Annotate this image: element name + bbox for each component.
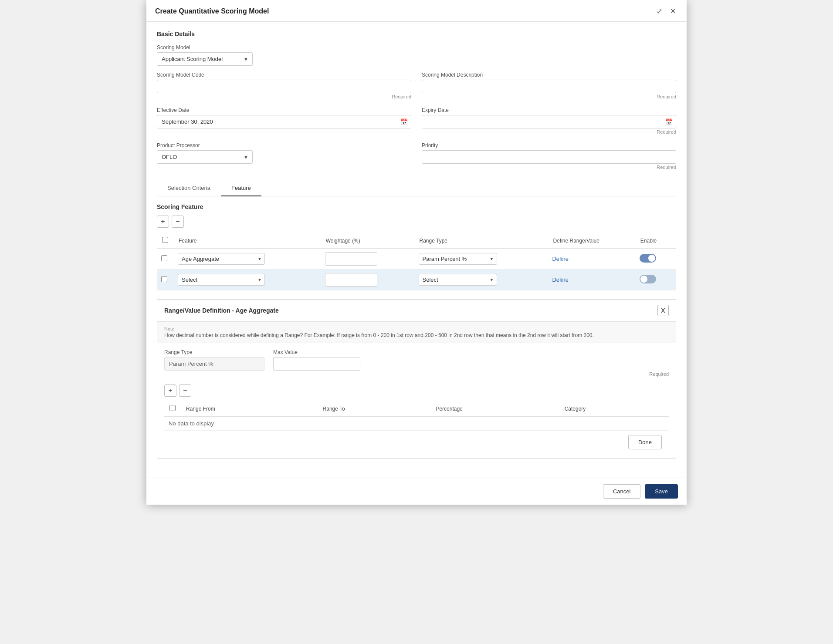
- feature-table-header: Feature Weightage (%) Range Type Define …: [157, 233, 676, 249]
- expiry-date-label: Expiry Date: [422, 107, 676, 113]
- row1-define-cell: Define: [548, 249, 635, 270]
- range-note-label: Note: [164, 326, 669, 331]
- priority-input[interactable]: [422, 150, 676, 164]
- expand-button[interactable]: ⤢: [654, 6, 664, 16]
- modal-body: Basic Details Scoring Model Applicant Sc…: [146, 22, 687, 469]
- range-def-header: Range/Value Definition - Age Aggregate X: [157, 300, 676, 322]
- scoring-model-code-group: Scoring Model Code Required: [157, 72, 411, 99]
- priority-group: Priority Required: [422, 142, 676, 170]
- row2-weightage-cell: [321, 270, 414, 290]
- row1-range-type-cell: Param Percent % ▼: [414, 249, 548, 270]
- row1-feature-cell: Age Aggregate ▼: [173, 249, 321, 270]
- cancel-button[interactable]: Cancel: [603, 484, 640, 499]
- range-table-section: + − Range From Range To Percentage: [157, 383, 676, 458]
- row2-feature-cell: Select ▼: [173, 270, 321, 290]
- range-definition-section: Range/Value Definition - Age Aggregate X…: [157, 299, 676, 459]
- row1-feature-select[interactable]: Age Aggregate: [178, 253, 265, 265]
- scoring-model-desc-input[interactable]: [422, 80, 676, 93]
- product-processor-select[interactable]: OFLO Other: [157, 150, 253, 164]
- row2-feature-select[interactable]: Select: [178, 274, 265, 286]
- row2-enable-cell: [635, 270, 676, 290]
- row1-checkbox-cell: [157, 249, 173, 270]
- table-row: Select ▼ Select: [157, 270, 676, 290]
- modal-container: Create Quantitative Scoring Model ⤢ ✕ Ba…: [146, 0, 687, 505]
- priority-required: Required: [422, 165, 676, 170]
- close-button[interactable]: ✕: [668, 6, 678, 16]
- range-header-to: Range To: [318, 401, 431, 417]
- row2-toggle-thumb: [640, 276, 647, 283]
- range-type-form-label: Range Type: [164, 349, 264, 355]
- save-button[interactable]: Save: [645, 484, 678, 499]
- scoring-model-code-required: Required: [157, 94, 411, 99]
- code-desc-row: Scoring Model Code Required Scoring Mode…: [157, 72, 676, 105]
- effective-date-calendar-icon[interactable]: 📅: [400, 118, 408, 125]
- modal-header: Create Quantitative Scoring Model ⤢ ✕: [146, 0, 687, 22]
- tab-feature[interactable]: Feature: [221, 180, 261, 196]
- row1-toggle-thumb: [648, 255, 655, 262]
- row1-weightage-cell: [321, 249, 414, 270]
- feature-remove-button[interactable]: −: [172, 216, 184, 228]
- effective-date-wrapper: 📅: [157, 115, 411, 128]
- effective-date-input[interactable]: [157, 115, 411, 128]
- row2-enable-toggle[interactable]: [640, 275, 656, 283]
- scoring-model-desc-required: Required: [422, 94, 676, 99]
- feature-table-body: Age Aggregate ▼ Param Percent %: [157, 249, 676, 290]
- range-table-header: Range From Range To Percentage Category: [164, 401, 669, 417]
- expiry-date-group: Expiry Date 📅 Required: [422, 107, 676, 135]
- scoring-feature-title: Scoring Feature: [157, 203, 676, 210]
- row2-checkbox[interactable]: [161, 276, 167, 282]
- scoring-model-code-input[interactable]: [157, 80, 411, 93]
- max-value-form-group: Max Value Required: [273, 349, 669, 377]
- range-type-form-input: [164, 357, 264, 371]
- row2-define-link[interactable]: Define: [552, 276, 569, 283]
- scoring-model-group: Scoring Model Applicant Scoring Model Ap…: [157, 44, 253, 66]
- range-table-actions: + −: [164, 383, 669, 397]
- header-actions: ⤢ ✕: [654, 6, 678, 16]
- row1-weightage-input[interactable]: [325, 252, 377, 266]
- scoring-model-select[interactable]: Applicant Scoring Model Application Scor…: [157, 52, 253, 66]
- expiry-date-input[interactable]: [422, 115, 676, 128]
- range-no-data-cell: No data to display.: [164, 417, 669, 431]
- range-def-title: Range/Value Definition - Age Aggregate: [164, 307, 279, 314]
- modal-title: Create Quantitative Scoring Model: [155, 7, 269, 15]
- basic-details-title: Basic Details: [157, 30, 676, 37]
- row1-checkbox[interactable]: [161, 255, 167, 261]
- done-row: Done: [164, 431, 669, 451]
- row1-define-link[interactable]: Define: [552, 256, 569, 262]
- done-button[interactable]: Done: [628, 435, 662, 449]
- range-form: Range Type Max Value Required: [157, 343, 676, 383]
- expiry-date-required: Required: [422, 129, 676, 135]
- scoring-feature-section: Scoring Feature + − Feature Weightage (%…: [157, 203, 676, 459]
- priority-label: Priority: [422, 142, 676, 148]
- feature-header-checkbox-cell: [157, 233, 173, 249]
- max-value-form-label: Max Value: [273, 349, 669, 355]
- dates-row: Effective Date 📅 Expiry Date 📅 Required: [157, 107, 676, 141]
- row1-enable-toggle[interactable]: [640, 254, 656, 263]
- range-note: Note How decimal number is considered wh…: [157, 322, 676, 343]
- tab-selection-criteria[interactable]: Selection Criteria: [157, 180, 221, 196]
- effective-date-label: Effective Date: [157, 107, 411, 113]
- row2-weightage-input[interactable]: [325, 273, 377, 287]
- product-processor-group: Product Processor OFLO Other ▼: [157, 142, 253, 170]
- row2-define-cell: Define: [548, 270, 635, 290]
- range-table-body: No data to display.: [164, 417, 669, 431]
- feature-add-button[interactable]: +: [157, 216, 169, 228]
- range-add-button[interactable]: +: [164, 384, 176, 397]
- feature-header-define: Define Range/Value: [548, 233, 635, 249]
- row2-range-type-select[interactable]: Select: [419, 274, 497, 286]
- row2-feature-select-wrapper: Select ▼: [178, 274, 265, 286]
- row1-range-type-select[interactable]: Param Percent %: [419, 253, 497, 265]
- range-header-category: Category: [559, 401, 669, 417]
- feature-select-all-checkbox[interactable]: [162, 237, 168, 243]
- max-value-form-input[interactable]: [273, 357, 360, 371]
- range-note-text: How decimal number is considered while d…: [164, 332, 669, 338]
- row2-toggle-track: [640, 275, 656, 283]
- range-select-all-checkbox[interactable]: [169, 405, 176, 411]
- range-def-close-button[interactable]: X: [657, 305, 669, 316]
- scoring-model-desc-label: Scoring Model Description: [422, 72, 676, 78]
- effective-date-group: Effective Date 📅: [157, 107, 411, 135]
- product-processor-label: Product Processor: [157, 142, 253, 148]
- range-remove-button[interactable]: −: [179, 384, 191, 397]
- row1-toggle-track: [640, 254, 656, 263]
- expiry-date-calendar-icon[interactable]: 📅: [665, 118, 673, 125]
